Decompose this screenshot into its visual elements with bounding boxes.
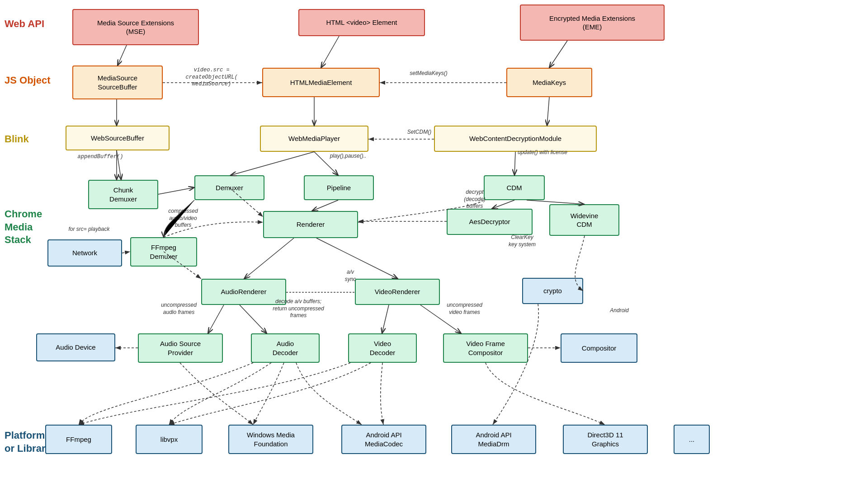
svg-line-29 (208, 305, 224, 333)
label-chrome-media-stack: Chrome Media Stack (5, 208, 42, 247)
label-av-sync: a/v sync (337, 269, 364, 283)
node-crypto: crypto (522, 278, 583, 304)
node-chunk-demuxer: Chunk Demuxer (88, 180, 158, 209)
node-compositor: Compositor (561, 333, 637, 363)
node-html-video: HTML <video> Element (298, 9, 425, 36)
node-windows-media-foundation: Windows Media Foundation (228, 425, 313, 454)
svg-line-2 (118, 45, 127, 66)
node-eme: Encrypted Media Extensions (EME) (520, 5, 665, 41)
node-dots: ... (674, 425, 710, 454)
label-append-buffer: appendBuffer() (66, 154, 134, 161)
svg-line-13 (231, 152, 314, 175)
node-video-frame-compositor: Video Frame Compositor (443, 333, 528, 363)
svg-line-26 (122, 252, 130, 253)
node-network: Network (47, 239, 122, 267)
node-direct3d: Direct3D 11 Graphics (563, 425, 648, 454)
label-uncompressed-audio: uncompressed audio frames (148, 302, 209, 316)
node-widevine-cdm: Widevine CDM (549, 204, 619, 236)
label-video-src: video.src = createObjectURL( mediaSource… (166, 67, 257, 88)
label-compressed: compressed audio/video buffers (154, 208, 212, 229)
node-pipeline: Pipeline (304, 175, 374, 200)
node-android-mediadrm: Android API MediaDrm (451, 425, 536, 454)
node-aesdecryptor: AesDecryptor (447, 209, 533, 235)
node-webmediaplayer: WebMediaPlayer (260, 126, 368, 152)
label-js-object: JS Object (5, 75, 50, 86)
node-mediakeys: MediaKeys (506, 68, 592, 97)
node-webcontentdecryptionmodule: WebContentDecryptionModule (434, 126, 597, 152)
label-set-cdm: SetCDM() (393, 129, 445, 136)
label-blink: Blink (5, 133, 29, 145)
node-renderer: Renderer (263, 211, 358, 238)
svg-line-17 (312, 200, 338, 211)
node-libvpx: libvpx (136, 425, 203, 454)
svg-line-23 (244, 238, 294, 279)
node-ffmpeg-demuxer: FFmpeg Demuxer (130, 237, 197, 267)
node-audio-source-provider: Audio Source Provider (138, 333, 223, 363)
label-play-pause: play(),pause().. (310, 153, 387, 160)
label-decode: decode a/v buffers; return uncompressed … (251, 298, 346, 319)
node-websourcebuffer: WebSourceBuffer (66, 126, 170, 150)
node-android-mediacodec: Android API MediaCodec (341, 425, 426, 454)
node-audio-device: Audio Device (36, 333, 115, 361)
label-clearkey: ClearKey key system (493, 234, 552, 248)
svg-line-9 (547, 97, 549, 126)
node-video-renderer: VideoRenderer (355, 279, 440, 305)
svg-line-3 (321, 36, 339, 68)
node-mediasource: MediaSource SourceBuffer (72, 66, 163, 99)
node-ffmpeg: FFmpeg (45, 425, 112, 454)
label-decrypt: decrypt (decode) buffers (452, 189, 497, 210)
node-htmlmediaelement: HTMLMediaElement (262, 68, 380, 97)
node-audio-decoder: Audio Decoder (251, 333, 320, 363)
svg-line-19 (527, 200, 584, 204)
node-mse: Media Source Extensions (MSE) (72, 9, 199, 45)
label-for-src: for src= playback (51, 226, 127, 233)
svg-line-22 (158, 187, 194, 194)
svg-line-31 (382, 305, 389, 333)
label-uncompressed-video: uncompressed video frames (434, 302, 495, 316)
label-web-api: Web API (5, 18, 44, 30)
svg-line-4 (549, 41, 567, 68)
label-update-license: update() with license (493, 149, 592, 156)
node-video-decoder: Video Decoder (348, 333, 417, 363)
node-demuxer: Demuxer (194, 175, 264, 200)
label-android: Android (601, 307, 637, 314)
label-platform: Platform or Library (5, 429, 51, 455)
diagram-container: Web API JS Object Blink Chrome Media Sta… (0, 0, 868, 487)
label-set-media-keys: setMediaKeys() (392, 70, 465, 77)
